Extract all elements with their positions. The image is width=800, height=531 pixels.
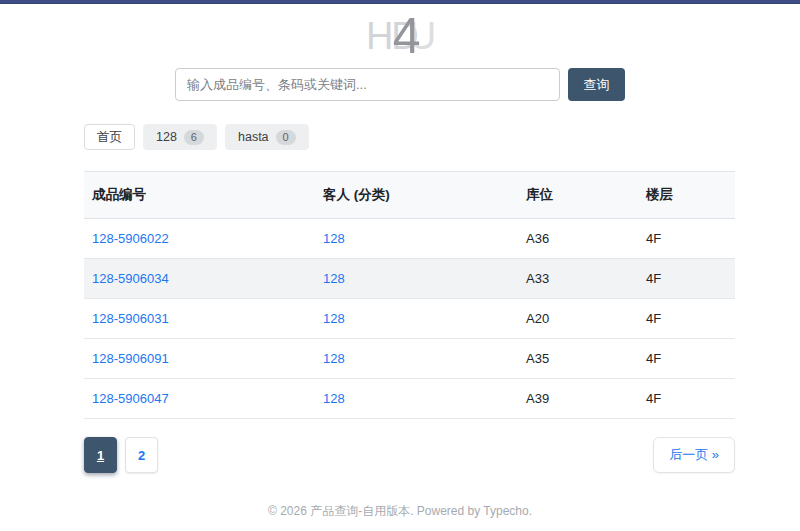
product-table: 成品编号 客人 (分类) 库位 楼层 128-5906022128A364F12… xyxy=(84,171,735,419)
product-code-link[interactable]: 128-5906022 xyxy=(92,231,169,246)
customer-category-link[interactable]: 128 xyxy=(323,271,345,286)
tag-label: 128 xyxy=(156,130,177,144)
page-buttons: 12 xyxy=(84,437,166,473)
tag-label: hasta xyxy=(238,130,269,144)
storage-location-cell: A39 xyxy=(526,391,549,406)
floor-cell: 4F xyxy=(646,351,661,366)
product-code-link[interactable]: 128-5906091 xyxy=(92,351,169,366)
logo-letter-h: H xyxy=(366,15,391,57)
pagination: 12 后一页 » xyxy=(84,437,735,473)
tag-list: 首页 128 6 hasta 0 xyxy=(84,124,800,150)
product-table-container: 成品编号 客人 (分类) 库位 楼层 128-5906022128A364F12… xyxy=(84,171,735,419)
product-code-link[interactable]: 128-5906034 xyxy=(92,271,169,286)
page-button-2[interactable]: 2 xyxy=(125,437,158,473)
header: HD4U xyxy=(0,4,800,56)
search-button[interactable]: 查询 xyxy=(568,68,625,101)
logo-letter-4: 4 xyxy=(393,8,421,64)
header-customer-category: 客人 (分类) xyxy=(315,172,518,219)
header-product-code: 成品编号 xyxy=(84,172,315,219)
table-row: 128-5906091128A354F xyxy=(84,339,735,379)
footer-copyright: © 2026 产品查询-自用版本. Powered by Typecho. xyxy=(0,503,800,520)
tag-count-badge: 6 xyxy=(184,130,204,145)
header-floor: 楼层 xyxy=(638,172,735,219)
page-button-1[interactable]: 1 xyxy=(84,437,117,473)
search-bar: 查询 xyxy=(0,68,800,101)
table-row: 128-5906047128A394F xyxy=(84,379,735,419)
storage-location-cell: A36 xyxy=(526,231,549,246)
table-body: 128-5906022128A364F128-5906034128A334F12… xyxy=(84,219,735,419)
customer-category-link[interactable]: 128 xyxy=(323,231,345,246)
table-row: 128-5906022128A364F xyxy=(84,219,735,259)
storage-location-cell: A20 xyxy=(526,311,549,326)
floor-cell: 4F xyxy=(646,311,661,326)
floor-cell: 4F xyxy=(646,391,661,406)
next-page-button[interactable]: 后一页 » xyxy=(653,437,735,473)
tag-count-badge: 0 xyxy=(276,130,296,145)
header-storage-location: 库位 xyxy=(518,172,638,219)
customer-category-link[interactable]: 128 xyxy=(323,351,345,366)
table-row: 128-5906034128A334F xyxy=(84,259,735,299)
tag-category-128[interactable]: 128 6 xyxy=(143,124,217,150)
floor-cell: 4F xyxy=(646,231,661,246)
table-row: 128-5906031128A204F xyxy=(84,299,735,339)
customer-category-link[interactable]: 128 xyxy=(323,311,345,326)
search-input[interactable] xyxy=(175,68,560,101)
customer-category-link[interactable]: 128 xyxy=(323,391,345,406)
table-header-row: 成品编号 客人 (分类) 库位 楼层 xyxy=(84,172,735,219)
floor-cell: 4F xyxy=(646,271,661,286)
tag-home[interactable]: 首页 xyxy=(84,124,135,150)
tag-home-label: 首页 xyxy=(97,129,122,146)
product-code-link[interactable]: 128-5906047 xyxy=(92,391,169,406)
tag-category-hasta[interactable]: hasta 0 xyxy=(225,124,309,150)
storage-location-cell: A35 xyxy=(526,351,549,366)
product-code-link[interactable]: 128-5906031 xyxy=(92,311,169,326)
storage-location-cell: A33 xyxy=(526,271,549,286)
site-logo[interactable]: HD4U xyxy=(366,14,434,66)
